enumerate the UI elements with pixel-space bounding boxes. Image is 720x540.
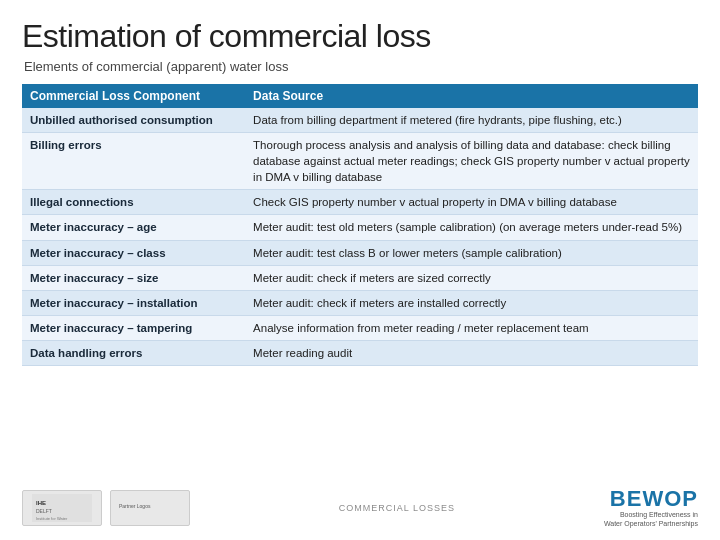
- row-component: Meter inaccuracy – size: [22, 265, 245, 290]
- row-component: Billing errors: [22, 133, 245, 190]
- table-row: Meter inaccuracy – classMeter audit: tes…: [22, 240, 698, 265]
- row-component: Meter inaccuracy – installation: [22, 290, 245, 315]
- svg-text:DELFT: DELFT: [36, 508, 52, 514]
- svg-text:Institute for Water: Institute for Water: [36, 516, 68, 521]
- footer-logos: IHE DELFT Institute for Water Partner Lo…: [22, 490, 190, 526]
- row-source: Meter audit: check if meters are sized c…: [245, 265, 698, 290]
- table-row: Billing errorsThorough process analysis …: [22, 133, 698, 190]
- bewop-tagline: Boosting Effectiveness inWater Operators…: [604, 510, 698, 528]
- col-header-component: Commercial Loss Component: [22, 84, 245, 108]
- footer-center-label: COMMERCIAL LOSSES: [339, 503, 455, 513]
- row-source: Meter audit: check if meters are install…: [245, 290, 698, 315]
- row-component: Unbilled authorised consumption: [22, 108, 245, 133]
- table-row: Unbilled authorised consumptionData from…: [22, 108, 698, 133]
- row-source: Analyse information from meter reading /…: [245, 315, 698, 340]
- row-source: Meter reading audit: [245, 340, 698, 365]
- table-row: Meter inaccuracy – tamperingAnalyse info…: [22, 315, 698, 340]
- table-row: Data handling errorsMeter reading audit: [22, 340, 698, 365]
- row-source: Data from billing department if metered …: [245, 108, 698, 133]
- table-row: Meter inaccuracy – installationMeter aud…: [22, 290, 698, 315]
- table-row: Meter inaccuracy – sizeMeter audit: chec…: [22, 265, 698, 290]
- svg-text:Partner Logos: Partner Logos: [119, 503, 151, 509]
- row-source: Meter audit: test old meters (sample cal…: [245, 215, 698, 240]
- row-source: Check GIS property number v actual prope…: [245, 190, 698, 215]
- page: Estimation of commercial loss Elements o…: [0, 0, 720, 540]
- row-component: Meter inaccuracy – class: [22, 240, 245, 265]
- row-component: Data handling errors: [22, 340, 245, 365]
- row-source: Thorough process analysis and analysis o…: [245, 133, 698, 190]
- commercial-loss-table: Commercial Loss Component Data Source Un…: [22, 84, 698, 366]
- table-row: Illegal connectionsCheck GIS property nu…: [22, 190, 698, 215]
- col-header-source: Data Source: [245, 84, 698, 108]
- table-row: Meter inaccuracy – ageMeter audit: test …: [22, 215, 698, 240]
- footer: IHE DELFT Institute for Water Partner Lo…: [22, 482, 698, 528]
- bewop-logo: BEWOP Boosting Effectiveness inWater Ope…: [604, 488, 698, 528]
- ihe-logo: IHE DELFT Institute for Water: [22, 490, 102, 526]
- row-component: Meter inaccuracy – age: [22, 215, 245, 240]
- row-component: Illegal connections: [22, 190, 245, 215]
- row-source: Meter audit: test class B or lower meter…: [245, 240, 698, 265]
- page-title: Estimation of commercial loss: [22, 18, 698, 55]
- partner-logo: Partner Logos: [110, 490, 190, 526]
- subtitle: Elements of commercial (apparent) water …: [24, 59, 698, 74]
- svg-text:IHE: IHE: [36, 500, 46, 506]
- bewop-text: BEWOP: [610, 488, 698, 510]
- row-component: Meter inaccuracy – tampering: [22, 315, 245, 340]
